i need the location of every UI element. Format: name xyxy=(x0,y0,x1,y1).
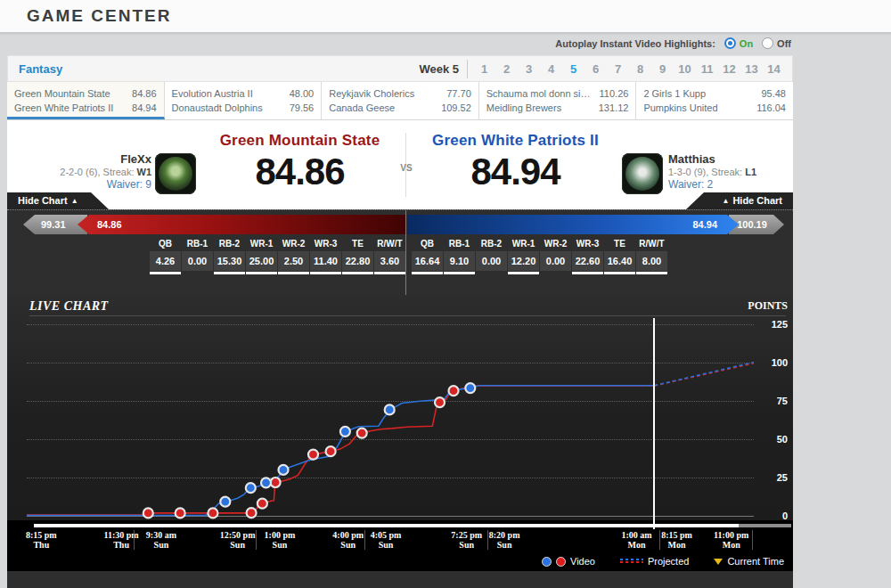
position-score: 15.30 xyxy=(214,251,245,271)
dotted-line-icon xyxy=(620,559,643,564)
position-played-bar xyxy=(572,272,603,274)
video-marker-red[interactable] xyxy=(143,508,153,518)
position-header: WR-2 xyxy=(540,237,571,251)
position-score: 0.00 xyxy=(540,251,571,271)
video-marker-red[interactable] xyxy=(247,508,257,518)
time-scrollbar[interactable] xyxy=(34,524,791,527)
week-6[interactable]: 6 xyxy=(584,62,607,76)
x-tick-time: 9:30 am xyxy=(146,530,176,540)
x-tick-time: 8:15 pm xyxy=(661,530,692,540)
video-marker-red[interactable] xyxy=(176,508,185,518)
x-tick: 1:00 amMon xyxy=(622,530,652,550)
chart-header-divider xyxy=(29,315,786,316)
video-marker-blue[interactable] xyxy=(220,497,230,507)
ticker-row: Donaustadt Dolphins79.56 xyxy=(172,101,315,115)
week-4[interactable]: 4 xyxy=(540,62,562,76)
manager-waiver: Waiver: 2 xyxy=(668,178,802,192)
video-marker-red[interactable] xyxy=(357,429,367,438)
time-scrollbar-thumb[interactable] xyxy=(34,524,739,527)
radio-label-off[interactable]: Off xyxy=(777,38,791,49)
position-score: 22.80 xyxy=(342,251,373,271)
ticker-matchup[interactable]: Reykjavik Cholerics77.70Canada Geese109.… xyxy=(322,82,479,119)
video-marker-red[interactable] xyxy=(208,508,217,518)
score-ticker: Green Mountain State84.86Green White Pat… xyxy=(7,82,793,120)
position-played-bar xyxy=(444,272,475,274)
video-marker-red[interactable] xyxy=(257,499,267,509)
video-marker-red[interactable] xyxy=(326,446,336,456)
score-bar-left: 84.86 xyxy=(78,215,405,234)
video-marker-blue[interactable] xyxy=(261,478,271,487)
hide-chart-tab-left[interactable]: Hide Chart▲ xyxy=(7,192,109,209)
video-marker-blue[interactable] xyxy=(465,383,475,393)
radio-off[interactable] xyxy=(762,37,773,49)
manager-record: 2-2-0 (6), Streak: W1 xyxy=(18,166,151,178)
fantasy-link[interactable]: Fantasy xyxy=(19,62,62,76)
position-header: WR-3 xyxy=(572,237,603,251)
team-name-right[interactable]: Green White Patriots II xyxy=(415,132,616,150)
ticker-matchup[interactable]: Evolution Austria II48.00Donaustadt Dolp… xyxy=(165,82,323,119)
position-played-bar xyxy=(246,272,277,274)
x-tick: 11:00 pmMon xyxy=(714,530,748,550)
week-14[interactable]: 14 xyxy=(763,62,785,76)
manager-info-right: Matthias 1-3-0 (9), Streak: L1 Waiver: 2 xyxy=(668,152,802,192)
video-marker-blue[interactable] xyxy=(385,404,395,414)
matchup-header: FleXx 2-2-0 (6), Streak: W1 Waiver: 9 Gr… xyxy=(7,120,793,209)
ticker-team-score: 79.56 xyxy=(290,101,315,115)
position-header: WR-2 xyxy=(278,237,309,251)
position-score: 0.00 xyxy=(476,251,507,271)
position-header: QB xyxy=(412,237,443,251)
team-logo-right[interactable] xyxy=(622,153,663,194)
week-8[interactable]: 8 xyxy=(629,62,651,76)
week-11[interactable]: 11 xyxy=(696,62,718,76)
video-marker-red[interactable] xyxy=(271,478,281,487)
position-score: 0.00 xyxy=(182,251,213,271)
video-marker-red[interactable] xyxy=(435,397,445,407)
ticker-row: Pumpkins United116.04 xyxy=(643,101,786,115)
position-score: 2.50 xyxy=(278,251,309,271)
legend-current-time-toggle[interactable]: Current Time xyxy=(714,556,784,567)
ticker-matchup[interactable]: Schauma mol donn sig ...110.26Meidling B… xyxy=(479,82,637,119)
y-tick-50: 50 xyxy=(761,434,788,445)
vs-label: VS xyxy=(399,163,413,173)
ticker-matchup[interactable]: Green Mountain State84.86Green White Pat… xyxy=(7,82,165,119)
video-marker-blue[interactable] xyxy=(340,427,350,437)
video-marker-red[interactable] xyxy=(449,386,459,396)
position-header: TE xyxy=(604,237,635,251)
position-score-row: 4.260.0015.3025.002.5011.4022.803.60 xyxy=(150,251,407,271)
legend-video-toggle[interactable]: Video xyxy=(542,556,595,567)
week-3[interactable]: 3 xyxy=(518,62,540,76)
ticker-row: Green Mountain State84.86 xyxy=(14,86,157,101)
week-5[interactable]: 5 xyxy=(562,62,584,76)
video-marker-red[interactable] xyxy=(308,450,318,460)
position-played-bar xyxy=(540,272,571,274)
radio-on[interactable] xyxy=(724,37,736,49)
week-7[interactable]: 7 xyxy=(607,62,629,76)
team-name-left[interactable]: Green Mountain State xyxy=(200,132,400,150)
week-9[interactable]: 9 xyxy=(651,62,674,76)
y-tick-25: 25 xyxy=(761,472,788,483)
ticker-team-name: Canada Geese xyxy=(329,101,400,115)
position-score: 9.10 xyxy=(444,251,475,271)
legend-projected-toggle[interactable]: Projected xyxy=(620,556,689,567)
radio-label-on[interactable]: On xyxy=(740,38,753,49)
manager-waiver: Waiver: 9 xyxy=(18,178,151,192)
ticker-team-name: Schauma mol donn sig ... xyxy=(486,86,600,101)
week-1[interactable]: 1 xyxy=(473,62,495,76)
y-tick-0: 0 xyxy=(761,510,788,521)
video-marker-blue[interactable] xyxy=(246,483,256,493)
position-header: WR-3 xyxy=(310,237,341,251)
position-played-bar xyxy=(278,272,309,274)
hide-chart-tab-right[interactable]: ▲Hide Chart xyxy=(686,192,793,209)
ticker-matchup[interactable]: 2 Girls 1 Kupp95.48Pumpkins United116.04 xyxy=(636,82,793,119)
x-tick-day: Mon xyxy=(714,540,748,550)
ticker-team-score: 109.52 xyxy=(441,101,471,115)
week-13[interactable]: 13 xyxy=(740,62,763,76)
x-tick-time: 4:05 pm xyxy=(371,530,402,540)
position-played-bar xyxy=(150,272,181,274)
video-marker-blue[interactable] xyxy=(279,465,289,475)
week-2[interactable]: 2 xyxy=(495,62,518,76)
week-10[interactable]: 10 xyxy=(674,62,696,76)
x-tick: 9:30 amSun xyxy=(146,530,176,550)
week-12[interactable]: 12 xyxy=(718,62,740,76)
team-logo-left[interactable] xyxy=(155,153,196,194)
